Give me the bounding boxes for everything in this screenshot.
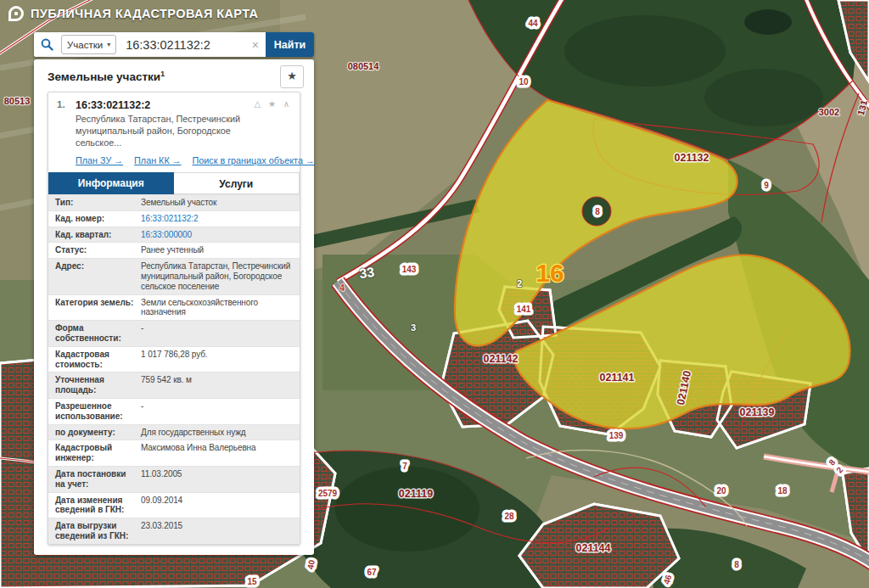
map-label: 16 <box>535 259 563 287</box>
row-label: Уточненная площадь: <box>55 375 141 395</box>
warning-icon[interactable]: △ <box>254 99 263 109</box>
table-row: Категория земель:Земли сельскохозяйствен… <box>48 294 300 321</box>
search-category-label: Участки <box>67 40 103 50</box>
row-value: 759 542 кв. м <box>141 375 293 395</box>
search-category-dropdown[interactable]: Участки ▾ <box>61 35 116 54</box>
map-label: 44 <box>528 19 538 28</box>
row-label: Кадастровая стоимость: <box>55 350 141 370</box>
map-label: 021119 <box>399 488 433 500</box>
row-label: Кадастровый инженер: <box>55 443 141 463</box>
table-row: Дата выгрузки сведений из ГКН:23.03.2015 <box>48 518 300 544</box>
row-label: Дата изменения сведений в ГКН: <box>55 496 141 516</box>
table-row: Уточненная площадь:759 542 кв. м <box>48 372 300 398</box>
map-label: 9 <box>764 181 769 190</box>
pkk-logo <box>8 6 24 21</box>
row-value-link[interactable]: 16:33:000000 <box>141 230 293 240</box>
link-search-in-bounds[interactable]: Поиск в границах объекта → <box>193 155 315 165</box>
map-label: 141 <box>517 305 531 314</box>
tabs: Информация Услуги <box>48 172 300 194</box>
row-label: Дата постановки на учет: <box>55 469 141 490</box>
map-label: 4 <box>339 283 345 293</box>
row-label: Дата выгрузки сведений из ГКН: <box>55 521 141 541</box>
panel-title: Земельные участки1 <box>48 70 165 83</box>
map-label: 021144 <box>575 542 610 554</box>
map-label: 80513 <box>4 96 31 106</box>
item-icons: △ ★ ∧ <box>254 99 292 109</box>
table-row: Дата изменения сведений в ГКН:09.09.2014 <box>48 492 300 518</box>
search-bar: Участки ▾ × Найти <box>34 32 314 57</box>
item-address: Республика Татарстан, Пестречинский муни… <box>76 113 249 148</box>
row-value: Республика Татарстан, Пестречинский муни… <box>141 261 293 291</box>
row-value: 1 017 786,28 руб. <box>141 350 293 370</box>
info-table: Тип:Земельный участокКад. номер:16:33:02… <box>48 194 300 544</box>
row-value: 11.03.2005 <box>141 469 293 490</box>
app: 0805148051330021310211321644109814333432… <box>0 0 869 588</box>
table-row: по документу:Для государственных нужд <box>48 424 300 440</box>
map-label: 021141 <box>599 372 634 384</box>
map-label: 080514 <box>348 61 380 71</box>
find-button[interactable]: Найти <box>266 32 314 57</box>
table-row: Дата постановки на учет:11.03.2005 <box>48 466 300 492</box>
row-value: Земельный участок <box>141 198 293 208</box>
map-label: 10 <box>519 77 529 87</box>
map-label: 021132 <box>674 152 709 164</box>
row-value-link[interactable]: 16:33:021132:2 <box>141 214 293 224</box>
item-links: План ЗУ → План КК → Поиск в границах объ… <box>48 150 300 172</box>
app-header: ПУБЛИЧНАЯ КАДАСТРОВАЯ КАРТА <box>8 6 258 21</box>
table-row: Разрешенное использование:- <box>48 398 300 424</box>
tab-services[interactable]: Услуги <box>174 172 300 194</box>
row-label: Категория земель: <box>55 298 141 318</box>
link-plan-kk[interactable]: План КК → <box>134 155 181 165</box>
row-label: по документу: <box>55 428 141 438</box>
row-label: Разрешенное использование: <box>55 401 141 422</box>
panel-title-sup: 1 <box>160 70 165 78</box>
map-label: 8 <box>734 560 739 569</box>
row-value: 09.09.2014 <box>141 496 293 516</box>
row-label: Кад. квартал: <box>55 230 141 240</box>
parcel-card: △ ★ ∧ 1. 16:33:021132:2 Республика Татар… <box>48 92 300 545</box>
map-label: 021139 <box>739 406 774 418</box>
row-label: Адрес: <box>55 261 141 291</box>
collapse-icon[interactable]: ∧ <box>283 99 292 109</box>
row-label: Кад. номер: <box>55 214 141 224</box>
table-row: Тип:Земельный участок <box>48 194 300 210</box>
table-row: Кадастровая стоимость:1 017 786,28 руб. <box>48 346 300 372</box>
map-label: 18 <box>777 486 788 496</box>
map-label: 33 <box>358 265 375 281</box>
row-value: Ранее учтенный <box>141 245 293 255</box>
map-label: 139 <box>609 431 624 440</box>
row-value: Земли сельскохозяйственного назначения <box>141 298 293 318</box>
panel-header: Земельные участки1 ★ <box>34 59 314 92</box>
row-label: Статус: <box>55 245 141 255</box>
link-plan-zu[interactable]: План ЗУ → <box>76 155 123 165</box>
app-title: ПУБЛИЧНАЯ КАДАСТРОВАЯ КАРТА <box>31 7 258 20</box>
results-panel: Земельные участки1 ★ △ ★ ∧ 1. 16:33:0211… <box>34 59 314 555</box>
map-label: 67 <box>367 568 377 577</box>
map-label: 3 <box>411 322 416 333</box>
table-row: Статус:Ранее учтенный <box>48 242 300 258</box>
map-label: 2 <box>517 278 522 288</box>
table-row: Адрес:Республика Татарстан, Пестречински… <box>48 258 300 294</box>
chevron-down-icon: ▾ <box>107 41 110 48</box>
map-label: 3002 <box>819 107 839 117</box>
row-value: Максимова Инна Валерьевна <box>141 443 293 463</box>
item-index: 1. <box>57 99 76 148</box>
row-label: Тип: <box>55 198 141 208</box>
map-label: 7 <box>402 462 407 471</box>
row-value: Для государственных нужд <box>141 428 293 438</box>
map-label: 021142 <box>483 353 518 365</box>
table-row: Кад. номер:16:33:021132:2 <box>48 210 300 227</box>
map-label: 8 <box>595 207 600 216</box>
row-label: Форма собственности: <box>55 323 141 344</box>
table-row: Кадастровый инженер:Максимова Инна Валер… <box>48 440 300 466</box>
search-input[interactable] <box>124 37 245 53</box>
clear-search-icon[interactable]: × <box>245 38 266 52</box>
row-value: 23.03.2015 <box>141 521 293 541</box>
map-label: 20 <box>716 486 726 496</box>
parcel-list-item[interactable]: △ ★ ∧ 1. 16:33:021132:2 Республика Татар… <box>48 92 300 150</box>
table-row: Форма собственности:- <box>48 320 300 346</box>
tab-information[interactable]: Информация <box>48 172 174 194</box>
favorite-star-button[interactable]: ★ <box>280 65 304 88</box>
item-cadnum: 16:33:021132:2 <box>76 99 249 111</box>
star-icon[interactable]: ★ <box>268 99 278 109</box>
